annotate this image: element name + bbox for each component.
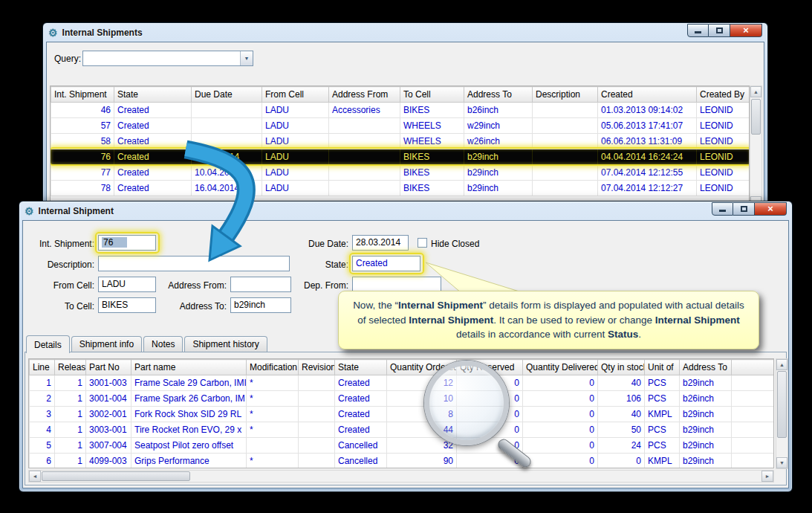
column-header[interactable]: Modification (247, 360, 299, 375)
table-row[interactable]: 77Created10.04.2014LADUBIKESb29inch07.04… (51, 165, 750, 181)
scroll-up-icon[interactable]: ▲ (750, 86, 761, 97)
dropdown-icon[interactable]: ▼ (240, 51, 253, 65)
from-cell-field[interactable]: LADU (98, 277, 156, 292)
table-cell: LADU (262, 118, 329, 134)
scrollbar-thumb[interactable] (751, 99, 761, 135)
table-cell: Created (114, 134, 192, 149)
column-header[interactable]: Address To (680, 360, 732, 375)
table-cell: Created (114, 149, 192, 165)
table-cell: 0 (457, 391, 523, 407)
table-row[interactable]: 614099-003Grips Performance*Cancelled900… (30, 454, 775, 469)
close-button[interactable]: × (755, 202, 787, 216)
table-cell: 16.04.2014 (192, 181, 262, 196)
vertical-scrollbar[interactable]: ▲ ▼ (776, 358, 788, 469)
window-internal-shipments: ⚙ Internal Shipments × Query: ▼ (42, 22, 768, 216)
horizontal-scrollbar[interactable]: ◄ ► (28, 470, 774, 483)
scrollbar-thumb[interactable] (42, 471, 190, 481)
address-from-field[interactable] (230, 277, 291, 292)
minimize-button[interactable] (687, 24, 709, 37)
column-header[interactable]: Int. Shipment (51, 87, 114, 103)
table-cell: Cancelled (335, 438, 387, 454)
table-row[interactable]: 57CreatedLADUWHEELSw29inch05.06.2013 17:… (51, 118, 750, 134)
int-shipment-field[interactable]: 76 (98, 235, 156, 251)
table-cell: BIKES (400, 181, 464, 196)
table-cell (732, 407, 775, 422)
due-date-field[interactable]: 28.03.2014 (352, 235, 409, 251)
table-cell: b26inch (464, 103, 533, 118)
scroll-left-icon[interactable]: ◄ (29, 471, 41, 482)
column-header[interactable]: To Cell (400, 87, 464, 103)
table-cell (329, 165, 400, 181)
table-cell: BIKES (400, 149, 464, 165)
tab-notes[interactable]: Notes (143, 336, 183, 352)
table-cell: * (247, 422, 299, 438)
table-row[interactable]: 513007-004Seatpost Pilot zero offsetCanc… (30, 438, 775, 454)
maximize-button[interactable] (709, 24, 730, 37)
column-header[interactable]: Release (55, 360, 86, 375)
tab-shipment-history[interactable]: Shipment history (184, 336, 267, 352)
column-header[interactable]: State (335, 360, 387, 375)
table-cell (299, 454, 335, 469)
table-cell: 0 (598, 454, 645, 469)
column-header[interactable]: Created By (697, 87, 750, 103)
table-cell: 4 (30, 422, 55, 438)
maximize-button[interactable] (733, 202, 755, 216)
query-combobox[interactable]: ▼ (82, 51, 253, 66)
table-row[interactable]: 413003-001Tire Rocket Ron EVO, 29 x*Crea… (30, 422, 775, 438)
column-header[interactable]: Line (30, 360, 55, 375)
table-cell: Fork Rock Shox SID 29 RL (131, 407, 247, 422)
column-header[interactable]: State (114, 87, 192, 103)
table-cell: Created (335, 422, 387, 438)
close-button[interactable]: × (730, 24, 762, 37)
hide-closed-checkbox[interactable] (418, 238, 427, 248)
table-row[interactable]: 113001-003Frame Scale 29 Carbon, IMI*Cre… (30, 375, 775, 391)
description-field[interactable] (98, 256, 290, 271)
dep-from-field[interactable] (352, 277, 441, 292)
column-header[interactable]: Part name (131, 360, 247, 375)
column-header[interactable]: Created (598, 87, 697, 103)
table-cell: 0 (523, 438, 598, 454)
address-to-field[interactable]: b29inch (230, 297, 291, 313)
column-header[interactable]: Qty in stock (598, 360, 645, 375)
table-cell: 0 (523, 454, 598, 469)
to-cell-field[interactable]: BIKES (98, 297, 156, 313)
scroll-up-icon[interactable]: ▲ (776, 359, 787, 370)
column-header[interactable]: Quantity Delivered (523, 360, 598, 375)
scroll-right-icon[interactable]: ► (761, 471, 773, 482)
table-cell: 06.06.2013 11:31:09 (598, 134, 697, 149)
table-cell: b29inch (464, 165, 533, 181)
tab-details[interactable]: Details (26, 335, 70, 353)
column-header[interactable] (732, 360, 775, 375)
vertical-scrollbar[interactable]: ▲ ▼ (750, 86, 762, 208)
scrollbar-thumb[interactable] (777, 371, 787, 438)
minimize-button[interactable] (712, 202, 733, 216)
tab-shipment-info[interactable]: Shipment info (71, 336, 142, 352)
titlebar-shipment[interactable]: ⚙ Internal Shipment × (19, 201, 792, 220)
titlebar-shipments[interactable]: ⚙ Internal Shipments × (43, 23, 767, 42)
table-cell (732, 422, 775, 438)
table-cell (533, 103, 598, 118)
table-row[interactable]: 213001-004Frame Spark 26 Carbon, IM*Crea… (30, 391, 775, 407)
table-cell: Created (335, 391, 387, 407)
column-header[interactable]: Quantity Ordered (387, 360, 457, 375)
column-header[interactable]: Unit of (645, 360, 680, 375)
table-row[interactable]: 46CreatedLADUAccessoriesBIKESb26inch01.0… (51, 103, 750, 118)
column-header[interactable]: Part No (86, 360, 131, 375)
table-row[interactable]: 78Created16.04.2014LADUBIKESb29inch07.04… (51, 181, 750, 196)
table-row[interactable]: 313002-001Fork Rock Shox SID 29 RL*Creat… (30, 407, 775, 422)
scroll-down-icon[interactable]: ▼ (776, 457, 787, 468)
column-header[interactable]: Qty Reserved (457, 360, 523, 375)
table-cell: KMPL (645, 454, 680, 469)
column-header[interactable]: Address To (464, 87, 533, 103)
column-header[interactable]: Revision (299, 360, 335, 375)
table-cell (192, 103, 262, 118)
column-header[interactable]: Address From (329, 87, 400, 103)
state-field[interactable]: Created (352, 256, 420, 271)
table-cell: LEONID (697, 149, 750, 165)
column-header[interactable]: Due Date (192, 87, 262, 103)
table-row[interactable]: 76Created28.03.2014LADUBIKESb29inch04.04… (51, 149, 750, 165)
column-header[interactable]: From Cell (262, 87, 329, 103)
column-header[interactable]: Description (533, 87, 598, 103)
desktop: ⚙ Internal Shipments × Query: ▼ (0, 0, 812, 513)
table-row[interactable]: 58CreatedLADUWHEELSw26inch06.06.2013 11:… (51, 134, 750, 149)
